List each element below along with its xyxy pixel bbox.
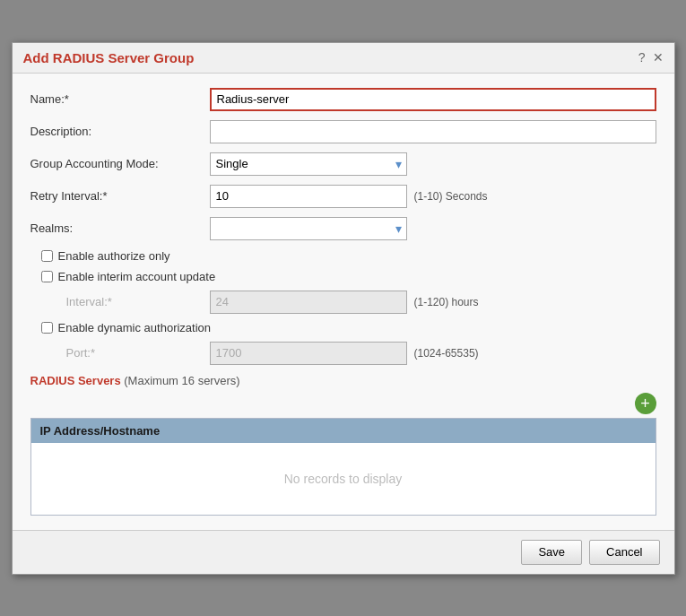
add-radius-dialog: Add RADIUS Server Group ? ✕ Name:* Descr… xyxy=(12,42,675,575)
help-icon[interactable]: ? xyxy=(638,50,646,65)
dialog-footer: Save Cancel xyxy=(13,530,674,574)
dialog-title: Add RADIUS Server Group xyxy=(23,50,195,65)
retry-interval-input[interactable] xyxy=(210,185,407,208)
realms-select[interactable] xyxy=(210,217,407,240)
dialog-header-actions: ? ✕ xyxy=(638,50,664,65)
radius-servers-hint: (Maximum 16 servers) xyxy=(124,374,239,387)
add-icon: + xyxy=(640,395,650,412)
port-label: Port:* xyxy=(66,346,210,360)
enable-authorize-label: Enable authorize only xyxy=(58,249,170,263)
retry-interval-hint: (1-10) Seconds xyxy=(414,190,488,203)
enable-interim-row: Enable interim account update xyxy=(41,270,656,283)
name-control xyxy=(210,88,656,111)
name-label: Name:* xyxy=(30,92,210,106)
dialog-body: Name:* Description: Group Accounting Mod… xyxy=(13,74,674,530)
table-body: No records to display xyxy=(31,443,656,515)
retry-interval-label: Retry Interval:* xyxy=(30,189,210,203)
description-control xyxy=(210,120,656,143)
close-icon[interactable]: ✕ xyxy=(653,50,664,65)
interval-row: Interval:* (1-120) hours xyxy=(66,291,656,314)
retry-interval-control: (1-10) Seconds xyxy=(210,185,656,208)
retry-interval-row: Retry Interval:* (1-10) Seconds xyxy=(30,185,656,208)
add-btn-row: + xyxy=(30,393,656,414)
enable-dynamic-auth-checkbox[interactable] xyxy=(41,322,53,334)
name-row: Name:* xyxy=(30,88,656,111)
group-accounting-mode-label: Group Accounting Mode: xyxy=(30,157,210,170)
description-input[interactable] xyxy=(210,120,656,143)
enable-dynamic-auth-row: Enable dynamic authorization xyxy=(41,321,656,334)
radius-servers-link[interactable]: RADIUS Servers xyxy=(30,374,121,387)
enable-dynamic-auth-label: Enable dynamic authorization xyxy=(58,321,212,334)
cancel-button[interactable]: Cancel xyxy=(589,540,659,565)
realms-control xyxy=(210,217,656,240)
enable-authorize-checkbox[interactable] xyxy=(41,250,53,262)
group-accounting-mode-select[interactable]: Single Multiple xyxy=(210,152,407,176)
realms-row: Realms: xyxy=(30,217,656,240)
group-accounting-mode-row: Group Accounting Mode: Single Multiple xyxy=(30,152,656,176)
port-hint: (1024-65535) xyxy=(414,347,479,360)
save-button[interactable]: Save xyxy=(521,540,582,565)
table-column-header: IP Address/Hostname xyxy=(31,419,656,443)
port-row: Port:* (1024-65535) xyxy=(66,342,656,365)
realms-select-wrapper xyxy=(210,217,407,240)
name-input[interactable] xyxy=(210,88,656,111)
description-label: Description: xyxy=(30,125,210,138)
radius-servers-header: RADIUS Servers (Maximum 16 servers) xyxy=(30,374,656,387)
realms-label: Realms: xyxy=(30,221,210,235)
group-accounting-mode-select-wrapper: Single Multiple xyxy=(210,152,407,176)
group-accounting-mode-control: Single Multiple xyxy=(210,152,656,176)
radius-servers-table: IP Address/Hostname No records to displa… xyxy=(30,418,656,516)
add-server-button[interactable]: + xyxy=(635,393,656,414)
interval-label: Interval:* xyxy=(66,295,210,308)
interval-hint: (1-120) hours xyxy=(414,296,479,308)
no-records-text: No records to display xyxy=(284,472,403,486)
enable-authorize-row: Enable authorize only xyxy=(41,249,656,263)
dialog-header: Add RADIUS Server Group ? ✕ xyxy=(13,43,674,74)
port-input xyxy=(210,342,407,365)
enable-interim-checkbox[interactable] xyxy=(41,271,53,282)
enable-interim-label: Enable interim account update xyxy=(58,270,216,283)
interval-input xyxy=(210,291,407,314)
description-row: Description: xyxy=(30,120,656,143)
